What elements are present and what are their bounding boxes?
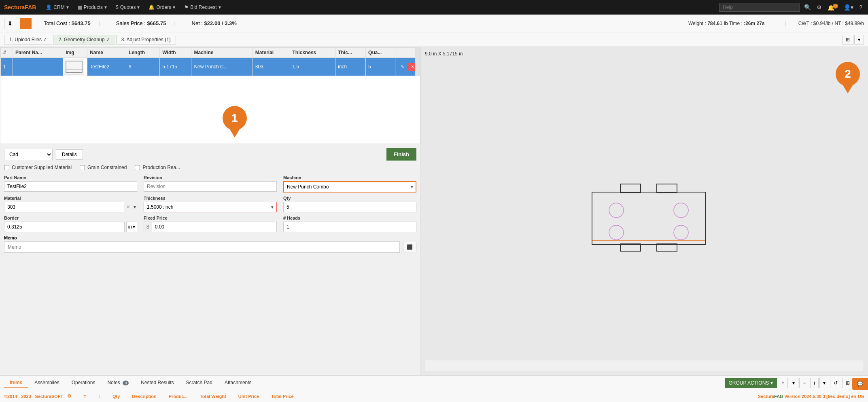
border-unit-selector[interactable]: in ▾ bbox=[126, 222, 137, 232]
settings-icon[interactable]: ⚙ bbox=[815, 2, 823, 12]
cell-qty: 5 bbox=[366, 58, 395, 76]
memo-input[interactable] bbox=[4, 241, 400, 253]
tab-operations[interactable]: Operations bbox=[66, 378, 101, 388]
toolbar-row: ⬇ Total Cost : $643.75 | Sales Price : $… bbox=[0, 15, 868, 32]
step3-button[interactable]: 3. Adjust Properties (1) bbox=[116, 35, 176, 44]
step2-button[interactable]: 2. Geometry Cleanup ✓ bbox=[53, 35, 115, 44]
machine-label: Machine bbox=[283, 175, 416, 180]
orange-action-button[interactable] bbox=[20, 18, 32, 29]
grain-constrained-checkbox[interactable]: Grain Constrained bbox=[80, 165, 127, 170]
material-clear-button[interactable]: ✕ bbox=[125, 204, 132, 210]
download-button[interactable]: ⬇ bbox=[4, 18, 16, 29]
nav-orders[interactable]: 🔔 Orders ▾ bbox=[145, 3, 178, 12]
customer-supplied-checkbox[interactable]: Customer Supplied Material bbox=[4, 165, 72, 170]
heads-group: # Heads bbox=[283, 216, 416, 232]
info-button[interactable]: i bbox=[810, 378, 819, 388]
grid-view-button[interactable]: ⊞ bbox=[842, 35, 853, 44]
material-input[interactable] bbox=[4, 202, 124, 212]
col-qty-label: Qty bbox=[112, 394, 120, 399]
bottom-tabs: Items Assemblies Operations Notes 0 Nest… bbox=[0, 375, 868, 390]
border-label: Border bbox=[4, 216, 137, 220]
status-col-headers: # ↑ Qty Description Produc... Total Weig… bbox=[75, 394, 416, 399]
nav-bid-request[interactable]: ⚑ Bid Request ▾ bbox=[181, 3, 224, 12]
callout-bubble-1: 1 bbox=[223, 106, 247, 130]
qty-group: Qty bbox=[283, 196, 416, 212]
tab-scratch-pad[interactable]: Scratch Pad bbox=[180, 378, 218, 388]
table-scrollbar[interactable] bbox=[415, 47, 420, 76]
production-ready-input[interactable] bbox=[135, 165, 140, 170]
thickness-label: Thickness bbox=[144, 196, 277, 201]
svg-point-11 bbox=[674, 225, 688, 240]
remove-row-button[interactable]: − bbox=[799, 378, 809, 388]
person-icon: 👤 bbox=[46, 4, 52, 10]
refresh-button[interactable]: ↺ bbox=[830, 378, 841, 388]
form-grid: Part Name Revision Machine New Punch Com… bbox=[4, 175, 416, 232]
main-container: # Parent Na... Img Name Length Width Mac… bbox=[0, 47, 868, 375]
support-button[interactable]: 💬 bbox=[852, 378, 868, 390]
col-unit-price-label: Unit Price bbox=[238, 394, 259, 399]
tab-assemblies[interactable]: Assemblies bbox=[29, 378, 65, 388]
checkboxes-row: Customer Supplied Material Grain Constra… bbox=[4, 165, 416, 172]
cell-material: 303 bbox=[253, 58, 290, 76]
machine-group: Machine New Punch Combo Laser Waterjet bbox=[283, 175, 416, 193]
fixed-price-input[interactable] bbox=[152, 222, 276, 232]
customer-supplied-input[interactable] bbox=[4, 165, 9, 170]
dropdown-view-button[interactable]: ▾ bbox=[854, 35, 864, 44]
part-name-group: Part Name bbox=[4, 175, 137, 193]
version-label: Version 2024.5.30.3 [kec.demo] en-US bbox=[784, 394, 864, 399]
dimension-label: 9.0 in X 5.1715 in bbox=[425, 51, 864, 57]
grain-constrained-input[interactable] bbox=[80, 165, 85, 170]
search-icon[interactable]: 🔍 bbox=[802, 2, 813, 12]
cell-num: 1 bbox=[1, 58, 13, 76]
cell-width: 5.1715 bbox=[160, 58, 191, 76]
help-search-input[interactable] bbox=[719, 3, 800, 12]
col-parent: Parent Na... bbox=[13, 48, 63, 58]
nav-products[interactable]: ▦ Products ▾ bbox=[74, 3, 110, 12]
col-img: Img bbox=[63, 48, 87, 58]
edit-row-button[interactable]: ✎ bbox=[398, 63, 407, 71]
qty-label: Qty bbox=[283, 196, 416, 201]
nav-crm[interactable]: 👤 CRM ▾ bbox=[42, 3, 72, 12]
heads-input[interactable] bbox=[283, 222, 416, 232]
filter-button[interactable]: ▾ bbox=[819, 378, 829, 388]
thickness-select[interactable]: 1.5000 :inch bbox=[144, 202, 277, 212]
tab-attachments[interactable]: Attachments bbox=[219, 378, 257, 388]
help-icon[interactable]: ? bbox=[857, 2, 864, 12]
total-cost-label: Total Cost : $643.75 bbox=[44, 20, 91, 26]
part-name-label: Part Name bbox=[4, 175, 137, 180]
tab-items[interactable]: Items bbox=[4, 378, 28, 388]
memo-label: Memo bbox=[4, 235, 416, 240]
col-qty: Qua... bbox=[366, 48, 395, 58]
grid-columns-button[interactable]: ⊞ bbox=[842, 378, 853, 388]
add-row-dropdown[interactable]: ▾ bbox=[789, 378, 798, 388]
tab-nested-results[interactable]: Nested Results bbox=[135, 378, 179, 388]
machine-select[interactable]: New Punch Combo Laser Waterjet bbox=[283, 181, 416, 193]
qty-input[interactable] bbox=[283, 202, 416, 212]
table-row[interactable]: 1 TestFile2 9 5.1715 bbox=[1, 58, 420, 76]
cell-length: 9 bbox=[126, 58, 160, 76]
fixed-price-group: Fixed Price $ bbox=[144, 216, 277, 232]
part-name-input[interactable] bbox=[4, 181, 137, 192]
revision-input[interactable] bbox=[144, 181, 277, 192]
step1-button[interactable]: 1. Upload Files ✓ bbox=[4, 35, 52, 44]
tab-notes[interactable]: Notes 0 bbox=[102, 378, 134, 388]
border-input[interactable] bbox=[4, 222, 125, 232]
cell-img bbox=[63, 58, 87, 76]
soft-label: SOFT bbox=[51, 394, 63, 399]
brand-logo[interactable]: SecturaFAB bbox=[4, 4, 36, 11]
material-dropdown-button[interactable]: ▾ bbox=[132, 204, 137, 210]
dollar-sign: $ bbox=[144, 222, 152, 232]
add-row-button[interactable]: + bbox=[778, 378, 788, 388]
production-ready-checkbox[interactable]: Production Rea... bbox=[135, 165, 180, 170]
status-icon: ⚙ bbox=[67, 394, 71, 399]
notifications-icon[interactable]: 🔔0 bbox=[826, 2, 840, 13]
group-actions-button[interactable]: GROUP ACTIONS ▾ bbox=[725, 378, 777, 388]
svg-point-9 bbox=[674, 203, 688, 218]
nav-quotes[interactable]: $ Quotes ▾ bbox=[112, 3, 143, 12]
finish-button[interactable]: Finish bbox=[386, 148, 416, 161]
memo-action-button[interactable]: ⬛ bbox=[403, 242, 416, 252]
cad-select[interactable]: Cad bbox=[4, 149, 53, 160]
brand-name-part1: Sectura bbox=[4, 4, 25, 11]
details-button[interactable]: Details bbox=[56, 149, 83, 160]
user-menu-icon[interactable]: 👤▾ bbox=[842, 2, 855, 12]
